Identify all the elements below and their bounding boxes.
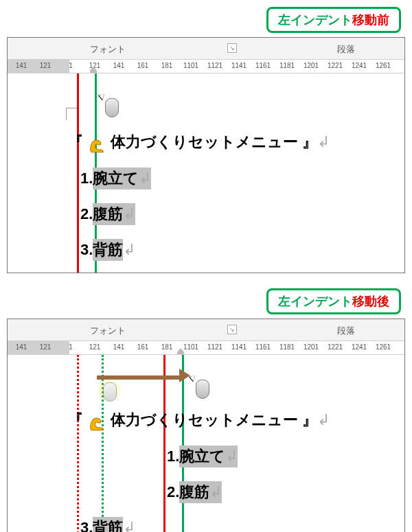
list-item: 2.腹筋↲	[80, 203, 135, 225]
ruler-tick: 1	[69, 343, 73, 351]
guide-line-red-new	[163, 355, 165, 532]
ruler-tick: 141	[113, 343, 125, 351]
list-number: 1.	[167, 448, 179, 465]
ruler-tick: 1161	[255, 62, 271, 69]
document-area[interactable]: 『 体力づくりセットメニュー 』↲ 1.腕立て↲ 2.腹筋↲ 3.背筋↲	[8, 355, 404, 532]
ruler-tick: 1261	[376, 343, 391, 351]
ruler[interactable]: 141 121 1 121 141 161 181 1101 1121 1141…	[8, 60, 404, 73]
ruler-tick: 1161	[255, 343, 271, 351]
ruler-tick: 1241	[352, 343, 367, 351]
ribbon-group-paragraph-label: 段落	[337, 325, 355, 337]
ruler-tick: 141	[16, 62, 27, 69]
ruler-tick: 161	[137, 343, 149, 351]
ruler-tick: 1101	[183, 343, 198, 351]
list-text: 背筋	[93, 517, 123, 532]
title-text: 体力づくりセットメニュー 』	[111, 411, 317, 428]
ruler-tick: 121	[40, 62, 52, 69]
cursor-arrow-icon	[98, 92, 107, 101]
pilcrow-icon: ↲	[317, 133, 330, 150]
ruler-tick: 1	[69, 62, 73, 69]
mouse-icon-start	[100, 378, 118, 403]
list-item: 3.背筋↲	[80, 239, 135, 261]
ruler-tick: 1121	[207, 62, 222, 69]
document-area[interactable]: 『 体力づくりセットメニュー 』↲ 1.腕立て↲ 2.腹筋↲ 3.背筋↲	[8, 73, 404, 273]
ruler-tick: 161	[137, 62, 149, 69]
list-number: 2.	[80, 205, 93, 222]
muscle-icon	[87, 413, 106, 429]
pilcrow-icon: ↲	[123, 519, 135, 532]
ruler-tick: 1201	[304, 343, 319, 351]
ruler-tick: 1101	[183, 62, 198, 69]
list-number: 2.	[167, 483, 179, 500]
list-text: 腹筋	[179, 481, 209, 503]
drag-arrow-head-icon	[179, 369, 190, 382]
ruler-tick: 1121	[207, 343, 222, 351]
list-item: 2.腹筋↲	[167, 481, 222, 503]
list-number: 3.	[80, 519, 93, 532]
ruler-tick: 181	[161, 343, 173, 351]
title-line: 『 体力づくりセットメニュー 』↲	[68, 132, 330, 152]
title-open-bracket: 『	[68, 411, 83, 428]
ribbon-bar: フォント 段落	[8, 319, 404, 341]
ruler-tick: 121	[40, 343, 52, 351]
font-dialog-launcher[interactable]	[227, 43, 237, 53]
list-text: 腹筋	[93, 203, 123, 225]
ruler-tick: 121	[89, 343, 101, 351]
list-item: 3.背筋↲	[80, 517, 135, 532]
ruler-tick: 141	[16, 343, 27, 351]
ruler-tick: 1241	[352, 62, 367, 69]
guide-line-red-old	[77, 355, 79, 532]
list-item: 1.腕立て↲	[167, 446, 238, 467]
list-text: 腕立て	[179, 446, 225, 467]
pilcrow-icon: ↲	[225, 446, 238, 467]
guide-line-red	[77, 73, 79, 273]
list-number: 3.	[80, 241, 93, 258]
badge-after-suffix: 移動後	[352, 294, 389, 308]
muscle-icon	[87, 135, 106, 151]
ruler[interactable]: 141 121 1 121 141 161 181 1101 1121 1141…	[8, 341, 404, 355]
pilcrow-icon: ↲	[317, 411, 330, 428]
badge-before-suffix: 移動前	[352, 13, 389, 27]
ruler-tick: 1141	[231, 62, 247, 69]
ruler-tick: 121	[89, 62, 101, 69]
pilcrow-icon: ↲	[123, 203, 135, 225]
pilcrow-icon: ↲	[123, 241, 135, 258]
ribbon-group-font-label: フォント	[90, 43, 126, 56]
list-number: 1.	[80, 170, 93, 187]
title-line: 『 体力づくりセットメニュー 』↲	[68, 410, 330, 430]
ruler-tick: 1181	[279, 62, 295, 69]
badge-before: 左インデント移動前	[266, 7, 401, 33]
ruler-tick: 1141	[231, 343, 247, 351]
ruler-tick: 1221	[328, 343, 343, 351]
list-text: 背筋	[93, 239, 123, 261]
ribbon-bar: フォント 段落	[8, 38, 404, 60]
word-window-after: フォント 段落 141 121 1 121 141 161 181 1101 1…	[7, 319, 405, 532]
mouse-icon-end	[193, 375, 211, 400]
badge-after: 左インデント移動後	[266, 288, 401, 314]
pilcrow-icon: ↲	[209, 481, 222, 503]
ruler-tick: 141	[113, 62, 125, 69]
badge-after-prefix: 左インデント	[278, 294, 352, 308]
ruler-tick: 181	[161, 62, 173, 69]
word-window-before: フォント 段落 141 121 1 121 141 161 181 1101 1…	[7, 37, 405, 273]
ruler-tick: 1201	[304, 62, 319, 69]
ruler-tick: 1261	[376, 62, 391, 69]
title-text: 体力づくりセットメニュー 』	[111, 133, 317, 150]
title-open-bracket: 『	[68, 133, 83, 150]
font-dialog-launcher[interactable]	[227, 325, 237, 334]
pilcrow-icon: ↲	[139, 167, 151, 189]
ruler-tick: 1221	[328, 62, 343, 69]
ribbon-group-paragraph-label: 段落	[337, 43, 355, 56]
list-text: 腕立て	[93, 167, 139, 189]
mouse-icon	[102, 94, 120, 119]
list-item: 1.腕立て↲	[80, 167, 151, 189]
ribbon-group-font-label: フォント	[90, 325, 126, 337]
ruler-tick: 1181	[279, 343, 295, 351]
badge-before-prefix: 左インデント	[278, 13, 352, 27]
